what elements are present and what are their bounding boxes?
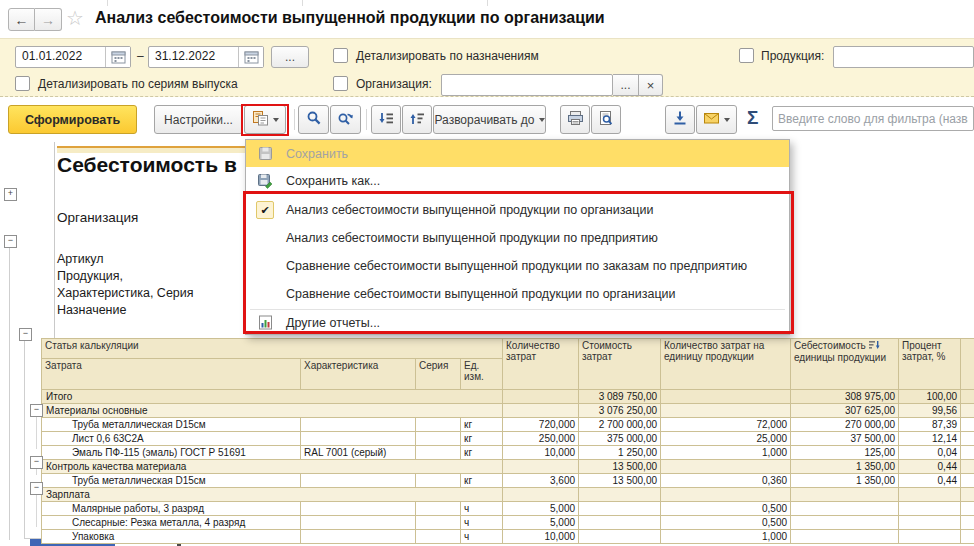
table-cell[interactable] [416, 446, 461, 460]
table-cell[interactable]: 250,000 [503, 432, 579, 446]
table-cell[interactable] [503, 488, 579, 502]
table-row[interactable]: Материалы основные3 076 250,00307 625,00… [42, 404, 974, 418]
table-cell[interactable]: кг [461, 446, 503, 460]
production-input[interactable] [833, 46, 974, 68]
date-to-field[interactable]: 31.12.2022 [148, 46, 264, 68]
table-row[interactable]: Эмаль ПФ-115 (эмаль) ГОСТ Р 51691RAL 700… [42, 446, 974, 460]
table-cell[interactable]: кг [461, 418, 503, 432]
collapse-group-button[interactable]: − [30, 456, 43, 469]
table-cell[interactable]: 3,600 [503, 474, 579, 488]
table-cell[interactable] [416, 502, 461, 516]
table-cell[interactable]: 13 500,00 [579, 460, 661, 474]
table-cell[interactable]: 0,500 [661, 516, 791, 530]
table-row[interactable]: Лист 0,6 63С2Акг250,000375 000,0025,0003… [42, 432, 974, 446]
production-label[interactable]: Продукция: [761, 49, 824, 63]
table-cell[interactable] [791, 516, 899, 530]
menu-item-variant-by-enterprise[interactable]: Анализ себестоимости выпущенной продукци… [246, 224, 789, 252]
table-row[interactable]: Труба металлическая D15смкг720,0002 700 … [42, 418, 974, 432]
detail-by-series-label[interactable]: Детализировать по сериям выпуска [38, 77, 238, 91]
table-cell[interactable]: 2 700 000,00 [579, 418, 661, 432]
calendar-icon[interactable] [105, 47, 130, 67]
table-cell[interactable]: 3 089 750,00 [579, 390, 661, 404]
table-cell[interactable]: 13 500,00 [579, 474, 661, 488]
production-checkbox[interactable] [739, 48, 754, 63]
table-cell[interactable] [416, 418, 461, 432]
generate-button[interactable]: Сформировать [8, 105, 137, 134]
table-cell[interactable] [416, 530, 461, 544]
table-cell[interactable] [961, 502, 974, 516]
calendar-icon[interactable] [238, 47, 263, 67]
table-cell[interactable]: 1 350,00 [791, 474, 899, 488]
menu-item-compare-by-orders[interactable]: Сравнение себестоимости выпущенной проду… [246, 252, 789, 280]
period-more-button[interactable]: ... [271, 46, 309, 68]
table-cell[interactable]: кг [461, 432, 503, 446]
table-cell[interactable] [961, 418, 974, 432]
table-cell[interactable] [661, 460, 791, 474]
table-cell[interactable]: 125,00 [791, 446, 899, 460]
table-cell[interactable] [579, 516, 661, 530]
table-cell[interactable] [301, 516, 416, 530]
table-cell[interactable]: 0,44 [899, 474, 961, 488]
table-cell[interactable]: 720,000 [503, 418, 579, 432]
table-cell[interactable]: 37 500,00 [791, 432, 899, 446]
collapse-group-button[interactable]: − [4, 235, 17, 248]
table-cell[interactable]: 0,04 [899, 446, 961, 460]
table-cell[interactable]: Слесарные: Резка металла, 4 разряд [42, 516, 301, 530]
table-cell[interactable] [961, 432, 974, 446]
table-cell[interactable] [791, 488, 899, 502]
expand-group-button[interactable]: + [4, 188, 17, 201]
filter-input[interactable] [772, 106, 974, 131]
table-cell[interactable]: Зарплата [42, 488, 503, 502]
table-cell[interactable]: Малярные работы, 3 разряд [42, 502, 301, 516]
back-button[interactable]: ← [8, 8, 35, 31]
save-to-file-button[interactable] [665, 105, 695, 134]
table-cell[interactable]: ч [461, 502, 503, 516]
collapse-group-button[interactable]: − [19, 328, 32, 341]
print-preview-button[interactable] [591, 105, 621, 134]
table-cell[interactable] [961, 446, 974, 460]
table-cell[interactable]: 3 076 250,00 [579, 404, 661, 418]
organization-label[interactable]: Организация: [356, 77, 432, 91]
expand-to-button[interactable]: Разворачивать до [433, 105, 546, 134]
table-cell[interactable]: 10,000 [503, 446, 579, 460]
table-cell[interactable]: 0,44 [899, 460, 961, 474]
report-variants-button[interactable] [244, 105, 286, 134]
table-cell[interactable]: 1 250,00 [579, 446, 661, 460]
table-cell[interactable] [899, 488, 961, 502]
date-from-field[interactable]: 01.01.2022 [15, 46, 131, 68]
table-cell[interactable] [503, 404, 579, 418]
table-cell[interactable] [961, 488, 974, 502]
menu-item-variant-by-organization[interactable]: ✔ Анализ себестоимости выпущенной продук… [246, 196, 789, 224]
table-cell[interactable] [301, 530, 416, 544]
expand-groups-button[interactable] [402, 105, 432, 134]
table-cell[interactable]: 100,00 [899, 390, 961, 404]
forward-button[interactable]: → [35, 8, 62, 31]
table-cell[interactable]: 270 000,00 [791, 418, 899, 432]
table-cell[interactable] [961, 404, 974, 418]
menu-item-save[interactable]: Сохранить [246, 140, 789, 167]
table-cell[interactable]: кг [461, 474, 503, 488]
table-cell[interactable]: Контроль качества материала [42, 460, 503, 474]
table-cell[interactable]: 5,000 [503, 516, 579, 530]
organization-clear-button[interactable]: × [639, 74, 663, 96]
table-cell[interactable]: 10,000 [503, 530, 579, 544]
detail-by-purpose-label[interactable]: Детализировать по назначениям [356, 49, 539, 63]
table-cell[interactable]: 72,000 [661, 418, 791, 432]
table-cell[interactable] [503, 460, 579, 474]
table-cell[interactable]: ч [461, 516, 503, 530]
table-cell[interactable]: 5,000 [503, 502, 579, 516]
table-cell[interactable]: 1,000 [661, 530, 791, 544]
table-cell[interactable] [791, 502, 899, 516]
table-cell[interactable]: Эмаль ПФ-115 (эмаль) ГОСТ Р 51691 [42, 446, 301, 460]
table-cell[interactable] [416, 432, 461, 446]
table-cell[interactable] [661, 390, 791, 404]
table-cell[interactable] [579, 530, 661, 544]
settings-button[interactable]: Настройки... [154, 105, 243, 134]
table-cell[interactable] [301, 474, 416, 488]
table-row[interactable]: Упаковкач10,0001,000 [42, 530, 974, 544]
table-cell[interactable] [899, 502, 961, 516]
table-cell[interactable] [301, 418, 416, 432]
table-cell[interactable] [416, 516, 461, 530]
table-cell[interactable]: ч [461, 530, 503, 544]
table-cell[interactable]: 375 000,00 [579, 432, 661, 446]
